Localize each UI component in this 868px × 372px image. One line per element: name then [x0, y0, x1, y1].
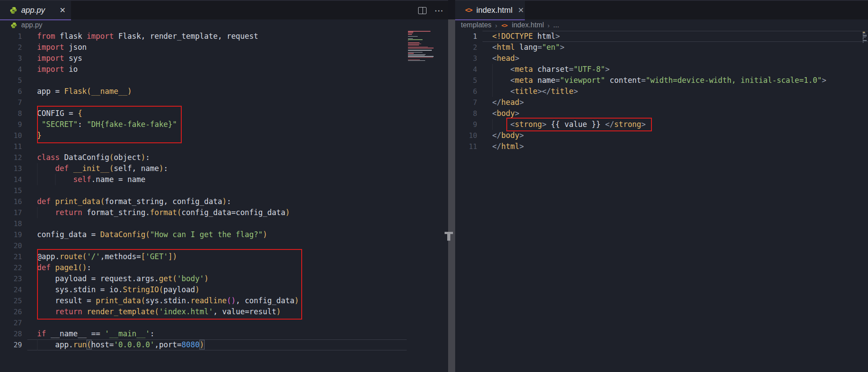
line-number: 6: [455, 86, 477, 97]
line-number: 22: [0, 262, 22, 273]
minimap-line: [408, 34, 412, 35]
minimap[interactable]: [408, 31, 437, 61]
minimap-line: [408, 39, 423, 40]
code-line[interactable]: 14 self.name = name: [0, 174, 408, 185]
code-line[interactable]: 6app = Flask(__name__): [0, 86, 408, 97]
indent-guide: [37, 207, 37, 218]
breadcrumb-item-file[interactable]: app.py: [21, 21, 42, 29]
line-number: 6: [0, 86, 22, 97]
code-line[interactable]: 7</head>: [455, 97, 868, 108]
code-line[interactable]: 18: [0, 218, 408, 229]
line-number: 29: [0, 339, 22, 350]
minimap-line: [863, 37, 866, 38]
close-icon[interactable]: ✕: [60, 7, 66, 14]
indent-guide: [37, 163, 37, 174]
minimap-line: [863, 32, 865, 33]
breadcrumb-item-folder[interactable]: templates: [461, 21, 491, 29]
line-number: 2: [0, 42, 22, 53]
tab-app-py[interactable]: app.py ✕: [0, 1, 71, 20]
code-line[interactable]: 13 def __init__(self, name):: [0, 163, 408, 174]
code-line[interactable]: 15: [0, 185, 408, 196]
minimap-line: [863, 38, 864, 39]
editor-group-right: <> index.html ✕ templates › <> index.htm…: [455, 0, 868, 372]
line-number: 9: [455, 119, 477, 130]
line-number: 8: [455, 108, 477, 119]
code-line[interactable]: 16def print_data(format_string, config_d…: [0, 196, 408, 207]
close-icon[interactable]: ✕: [518, 7, 524, 14]
minimap-line: [408, 52, 423, 53]
minimap-line: [863, 39, 864, 40]
code-line[interactable]: 23 payload = request.args.get('body'): [0, 273, 408, 284]
code-line[interactable]: 3import sys: [0, 53, 408, 64]
code-line[interactable]: 11</html>: [455, 141, 868, 152]
code-line[interactable]: 25 result = print_data(sys.stdin.readlin…: [0, 295, 408, 306]
code-line[interactable]: 20: [0, 240, 408, 251]
tab-label: app.py: [21, 6, 45, 15]
line-number: 27: [0, 317, 22, 328]
code-line[interactable]: 2<html lang="en">: [455, 42, 868, 53]
minimap-line: [863, 36, 867, 37]
breadcrumb-item-file[interactable]: index.html: [512, 21, 544, 29]
code-line[interactable]: 12class DataConfig(object):: [0, 152, 408, 163]
breadcrumb-item-symbol[interactable]: ...: [553, 21, 559, 29]
split-editor-icon[interactable]: [418, 7, 427, 14]
code-line[interactable]: 29 app.run(host='0.0.0.0',port=8080): [0, 339, 408, 350]
minimap-line: [863, 42, 864, 43]
code-line[interactable]: 6 <title></title>: [455, 86, 868, 97]
line-number: 20: [0, 240, 22, 251]
minimap[interactable]: [863, 32, 867, 43]
chevron-right-icon: ›: [547, 22, 550, 29]
code-line[interactable]: 4 <meta charset="UTF-8">: [455, 64, 868, 75]
code-line[interactable]: 9 "SECRET": "DH{fake-fake-fake}": [0, 119, 408, 130]
code-line[interactable]: 2import json: [0, 42, 408, 53]
code-line[interactable]: 10}: [0, 130, 408, 141]
code-line[interactable]: 19config_data = DataConfig("How can I ge…: [0, 229, 408, 240]
line-number: 12: [0, 152, 22, 163]
code-line[interactable]: 21@app.route('/',methods=['GET']): [0, 251, 408, 262]
minimap-line: [408, 38, 413, 39]
code-line[interactable]: 17 return format_string.format(config_da…: [0, 207, 408, 218]
html-icon: <>: [501, 22, 508, 28]
code-line[interactable]: 3<head>: [455, 53, 868, 64]
minimap-line: [408, 33, 413, 34]
code-line[interactable]: 27: [0, 317, 408, 328]
code-line[interactable]: 8CONFIG = {: [0, 108, 408, 119]
code-line[interactable]: 28if __name__ == '__main__':: [0, 328, 408, 339]
code-editor-app-py[interactable]: 1from flask import Flask, render_templat…: [0, 31, 408, 350]
indent-guide: [55, 174, 56, 185]
code-line[interactable]: 10</body>: [455, 130, 868, 141]
code-line[interactable]: 5 <meta name="viewport" content="width=d…: [455, 75, 868, 86]
code-line[interactable]: 4import io: [0, 64, 408, 75]
indent-guide: [492, 86, 493, 97]
indent-guide: [37, 306, 37, 317]
code-line[interactable]: 7: [0, 97, 408, 108]
line-number: 18: [0, 218, 22, 229]
line-number: 24: [0, 284, 22, 295]
code-line[interactable]: 5: [0, 75, 408, 86]
editor-group-left: app.py ✕ ⋯ app.py 1from flask import Fla…: [0, 0, 448, 372]
tab-index-html[interactable]: <> index.html ✕: [455, 1, 525, 20]
editor-sash[interactable]: [448, 19, 455, 372]
code-line[interactable]: 11: [0, 141, 408, 152]
line-number: 11: [455, 141, 477, 152]
code-line[interactable]: 24 sys.stdin = io.StringIO(payload): [0, 284, 408, 295]
more-actions-icon[interactable]: ⋯: [434, 8, 444, 13]
code-line[interactable]: 22def page1():: [0, 262, 408, 273]
line-number: 21: [0, 251, 22, 262]
code-line[interactable]: 26 return render_template('index.html', …: [0, 306, 408, 317]
minimap-line: [408, 47, 428, 48]
code-line[interactable]: 9 <strong> {{ value }} </strong>: [455, 119, 868, 130]
minimap-line: [863, 41, 864, 42]
minimap-line: [408, 55, 425, 56]
code-line[interactable]: 8<body>: [455, 108, 868, 119]
code-line[interactable]: 1<!DOCTYPE html>: [455, 31, 868, 42]
code-line[interactable]: 1from flask import Flask, render_templat…: [0, 31, 408, 42]
code-editor-index-html[interactable]: 1<!DOCTYPE html>2<html lang="en">3<head>…: [455, 31, 868, 152]
line-number: 10: [0, 130, 22, 141]
line-number: 13: [0, 163, 22, 174]
minimap-line: [408, 42, 419, 43]
line-number: 11: [0, 141, 22, 152]
line-number: 10: [455, 130, 477, 141]
minimap-line: [408, 31, 430, 32]
line-number: 19: [0, 229, 22, 240]
